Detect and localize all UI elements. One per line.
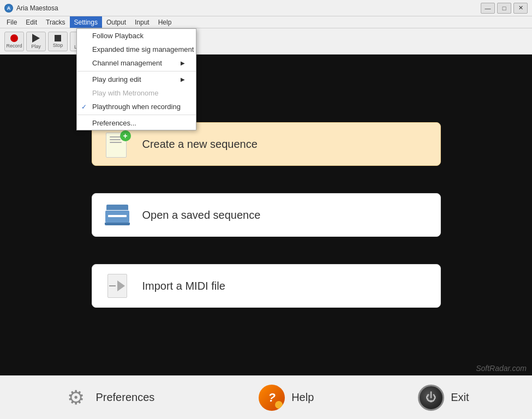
stop-button[interactable]: Stop: [48, 32, 68, 51]
create-sequence-label: Create a new sequence: [142, 138, 258, 151]
menu-channel-management[interactable]: Channel management ▶: [77, 56, 196, 70]
menu-expanded-time-sig[interactable]: Expanded time sig management: [77, 43, 196, 56]
close-button[interactable]: ✕: [513, 3, 528, 14]
menu-follow-playback[interactable]: Follow Playback: [77, 29, 196, 43]
import-midi-icon: [103, 272, 131, 300]
bottom-bar: ⚙ Preferences ? Help ⏻ Exit: [0, 375, 532, 419]
exit-label: Exit: [451, 391, 469, 404]
settings-dropdown: Follow Playback Expanded time sig manage…: [76, 28, 196, 130]
titlebar-title: Aria Maestosa: [16, 4, 58, 12]
import-midi-label: Import a MIDI file: [142, 280, 225, 292]
menu-file[interactable]: File: [2, 16, 21, 28]
help-icon: ?: [259, 385, 285, 411]
play-button[interactable]: Play: [26, 32, 46, 51]
help-button[interactable]: ? Help: [242, 380, 330, 415]
menu-edit[interactable]: Edit: [21, 16, 41, 28]
submenu-arrow-play: ▶: [181, 76, 185, 82]
create-sequence-icon: +: [103, 130, 131, 158]
titlebar-controls: — □ ✕: [481, 3, 528, 14]
record-icon: [10, 34, 18, 42]
stop-icon: [55, 35, 61, 41]
watermark: SoftRadar.com: [476, 364, 527, 373]
play-label: Play: [31, 44, 41, 49]
separator-1: [77, 71, 196, 71]
plus-icon: +: [120, 130, 131, 141]
submenu-arrow-channel: ▶: [181, 60, 185, 66]
titlebar-left: A Aria Maestosa: [4, 4, 58, 13]
menu-input[interactable]: Input: [130, 16, 154, 28]
menu-output[interactable]: Output: [102, 16, 130, 28]
record-label: Record: [6, 43, 22, 49]
menu-playthrough-recording[interactable]: Playthrough when recording: [77, 100, 196, 113]
help-label: Help: [291, 391, 314, 404]
menu-play-during-edit[interactable]: Play during edit ▶: [77, 73, 196, 86]
play-icon: [32, 34, 40, 43]
menu-settings[interactable]: Settings: [70, 16, 102, 28]
preferences-label: Preferences: [95, 391, 154, 404]
menubar: File Edit Tracks Settings Output Input H…: [0, 16, 532, 28]
titlebar: A Aria Maestosa — □ ✕: [0, 0, 532, 16]
stop-label: Stop: [53, 43, 63, 48]
preferences-button[interactable]: ⚙ Preferences: [46, 380, 171, 415]
preferences-icon: ⚙: [63, 385, 89, 411]
menu-tracks[interactable]: Tracks: [41, 16, 70, 28]
import-midi-button[interactable]: Import a MIDI file: [92, 264, 441, 308]
maximize-button[interactable]: □: [497, 3, 511, 14]
record-button[interactable]: Record: [4, 32, 24, 51]
menu-preferences-item[interactable]: Preferences...: [77, 116, 196, 130]
open-sequence-button[interactable]: Open a saved sequence: [92, 193, 441, 237]
exit-button[interactable]: ⏻ Exit: [402, 380, 485, 415]
exit-icon: ⏻: [418, 385, 444, 411]
app-icon: A: [4, 4, 13, 13]
open-sequence-icon: [103, 201, 131, 229]
minimize-button[interactable]: —: [481, 3, 495, 14]
open-sequence-label: Open a saved sequence: [142, 209, 261, 222]
menu-play-with-metronome: Play with Metronome: [77, 86, 196, 100]
menu-help[interactable]: Help: [154, 16, 176, 28]
separator-2: [77, 115, 196, 115]
app-window: A Aria Maestosa — □ ✕ File Edit Tracks S…: [0, 0, 532, 419]
